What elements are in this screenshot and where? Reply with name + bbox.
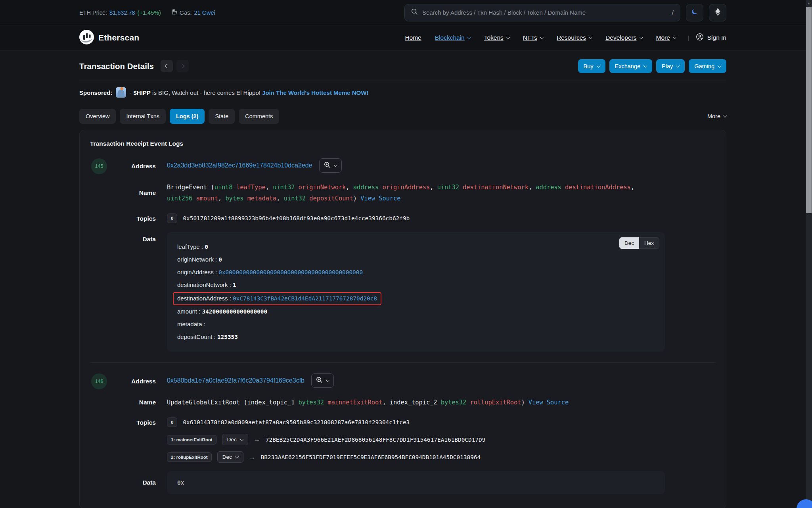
param-type: uint32: [437, 184, 459, 191]
scrollbar[interactable]: ▲ ▼: [806, 0, 812, 508]
topics-list: 00x501781209a1f8899323b96b4ef08b168df93e…: [167, 212, 716, 225]
name-label: Name: [107, 189, 167, 196]
log-index-badge: 145: [91, 158, 107, 174]
topic-dec-dropdown[interactable]: Dec: [217, 451, 243, 463]
chevron-down-icon: [506, 35, 510, 39]
topic-dec-dropdown[interactable]: Dec: [222, 434, 248, 445]
data-field-value[interactable]: 0x00000000000000000000000000000000000000…: [218, 269, 363, 275]
nav-item-more[interactable]: More: [656, 34, 676, 41]
brand[interactable]: Etherscan: [79, 30, 139, 46]
topic-index-badge: 0: [167, 214, 177, 223]
page-title: Transaction Details: [79, 62, 154, 71]
next-transaction-button[interactable]: [176, 60, 189, 72]
top-bar: ETH Price: $1,632.78 (+1.45%) Gas: 21 Gw…: [0, 0, 806, 25]
topic-row: 00x501781209a1f8899323b96b4ef08b168df93e…: [167, 212, 716, 225]
search-input[interactable]: [422, 9, 668, 16]
param-name: originNetwork: [299, 184, 346, 191]
log-index-badge: 146: [91, 373, 107, 389]
sponsored-link[interactable]: Join The World's Hottest Meme NOW!: [262, 89, 368, 96]
event-signature: BridgeEvent (uint8 leafType, uint32 orig…: [167, 182, 650, 204]
tab-list: OverviewInternal TxnsLogs (2)StateCommen…: [79, 109, 283, 124]
tab-overview[interactable]: Overview: [79, 109, 116, 124]
nav-item-home[interactable]: Home: [405, 34, 421, 41]
data-field-row: depositCount : 125353: [177, 331, 655, 343]
theme-toggle-button[interactable]: [686, 4, 703, 21]
card-title: Transaction Receipt Event Logs: [90, 140, 716, 147]
tab-state[interactable]: State: [209, 109, 235, 124]
scrollbar-thumb[interactable]: [806, 7, 812, 213]
view-source-link[interactable]: View Source: [529, 399, 569, 406]
eth-price-label: ETH Price:: [79, 10, 107, 16]
log-address-link[interactable]: 0x2a3dd3eb832af982ec71669e178424b10dca2e…: [167, 162, 312, 169]
param-type: address: [536, 184, 561, 191]
magnifier-plus-icon: [324, 162, 331, 169]
sign-in-button[interactable]: Sign In: [696, 33, 726, 42]
page-actions: BuyExchangePlayGaming: [578, 59, 727, 73]
exchange-button[interactable]: Exchange: [609, 59, 653, 73]
topic-dec-label: Dec: [222, 454, 232, 460]
chevron-down-icon: [239, 437, 243, 441]
chevron-down-icon: [723, 114, 727, 118]
dec-hex-toggle: DecHex: [619, 237, 659, 249]
highlight-red-box: destinationAddress : 0xC78143C3fBA42eCB1…: [173, 292, 381, 305]
gaming-button[interactable]: Gaming: [689, 59, 726, 73]
param-name: destinationAddress: [565, 184, 631, 191]
chevron-down-icon: [643, 64, 647, 67]
eth-price-value[interactable]: $1,632.78: [109, 10, 135, 16]
param-type: bytes32: [299, 399, 324, 406]
log-address-link[interactable]: 0x580bda1e7a0cfae92fa7f6c20a3794f169ce3c…: [167, 377, 304, 384]
scrollbar-up-arrow-icon[interactable]: ▲: [806, 0, 812, 6]
topic-value: 0x61014378f82a0d809aefaf87a8ac9505b89c32…: [183, 419, 410, 425]
nav-item-label: Home: [405, 34, 421, 41]
param-name: destinationNetwork: [463, 184, 529, 191]
action-button-label: Exchange: [615, 63, 641, 69]
nav-item-label: Blockchain: [435, 34, 465, 41]
data-field-value: 0: [218, 256, 222, 263]
main-nav: HomeBlockchainTokensNFTsResourcesDevelop…: [391, 34, 676, 41]
nav-item-label: Developers: [605, 34, 636, 41]
nav-item-nfts[interactable]: NFTs: [523, 34, 543, 41]
param-type: address: [353, 184, 379, 191]
nav-item-blockchain[interactable]: Blockchain: [435, 34, 471, 41]
play-button[interactable]: Play: [656, 59, 685, 73]
chevron-down-icon: [639, 35, 643, 39]
nav-item-tokens[interactable]: Tokens: [484, 34, 509, 41]
tab-internal-txns[interactable]: Internal Txns: [120, 109, 166, 124]
chevron-down-icon: [333, 163, 337, 167]
buy-button[interactable]: Buy: [578, 59, 605, 73]
prev-transaction-button[interactable]: [161, 60, 173, 72]
moon-icon: [691, 8, 698, 17]
param-name: mainnetExitRoot: [327, 399, 382, 406]
etherscan-logo-icon: [79, 30, 94, 46]
data-field-key: originAddress :: [177, 269, 218, 275]
data-field-key: leafType :: [177, 243, 205, 250]
hex-toggle-button[interactable]: Hex: [639, 237, 659, 249]
data-field-row: originAddress : 0x0000000000000000000000…: [177, 266, 655, 279]
gas-value[interactable]: 21 Gwei: [194, 10, 215, 16]
person-icon: [696, 33, 704, 42]
nav-divider: |: [688, 35, 689, 41]
chevron-down-icon: [676, 64, 680, 67]
chevron-down-icon: [235, 454, 239, 458]
tab-logs-2[interactable]: Logs (2): [170, 109, 205, 124]
address-filter-zoom-button[interactable]: [311, 373, 334, 388]
tab-comments[interactable]: Comments: [239, 109, 279, 124]
chevron-down-icon: [589, 35, 593, 39]
data-field-value[interactable]: 0xC78143C3fBA42eCB1d4EdA2117177672870d20…: [233, 295, 377, 302]
network-switch-button[interactable]: [709, 4, 726, 21]
chevron-down-icon: [467, 35, 471, 39]
address-filter-zoom-button[interactable]: [319, 158, 342, 173]
nav-item-label: Resources: [557, 34, 586, 41]
nav-item-resources[interactable]: Resources: [557, 34, 592, 41]
chevron-left-icon: [165, 64, 169, 68]
dec-toggle-button[interactable]: Dec: [619, 237, 639, 249]
sponsored-banner: Sponsored: - $HIPP is BIG, Watch out - h…: [79, 81, 726, 103]
eth-price-change: (+1.45%): [138, 10, 161, 16]
tabs-more-button[interactable]: More: [707, 113, 726, 119]
view-source-link[interactable]: View Source: [360, 195, 400, 202]
data-field-row: metadata :: [177, 318, 655, 331]
arrow-right-icon: →: [254, 436, 260, 443]
log-divider: [90, 362, 716, 363]
topic-index-badge: 1: mainnetExitRoot: [167, 435, 216, 444]
nav-item-developers[interactable]: Developers: [605, 34, 642, 41]
